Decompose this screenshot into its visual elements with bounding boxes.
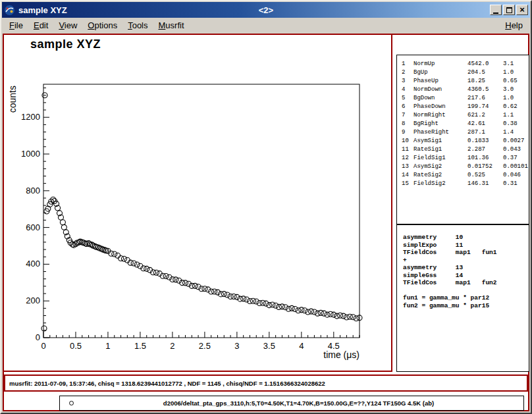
svg-text:counts: counts xyxy=(7,86,18,113)
parameter-row: 4 NormDown 4360.5 3.0 xyxy=(402,86,529,94)
parameter-number: 6 xyxy=(402,103,413,111)
svg-text:4: 4 xyxy=(299,341,304,351)
close-icon: × xyxy=(519,5,525,14)
close-button[interactable]: × xyxy=(516,5,528,15)
parameter-value: 42.61 xyxy=(467,120,503,128)
window-title: sample XYZ xyxy=(18,5,67,15)
svg-text:0.5: 0.5 xyxy=(70,341,82,351)
parameter-error: 0.31 xyxy=(503,180,529,188)
parameter-number: 7 xyxy=(402,111,413,120)
chart-svg[interactable]: 00.511.522.533.544.502004006008001000120… xyxy=(4,35,392,372)
svg-text:400: 400 xyxy=(26,259,40,269)
parameter-row: 14 RateSig2 0.525 0.046 xyxy=(402,171,529,180)
theory-line: + xyxy=(403,257,529,265)
svg-text:0: 0 xyxy=(36,332,40,342)
parameter-row: 5 BgDown 217.6 1.0 xyxy=(402,94,529,103)
parameter-error: 1.0 xyxy=(503,94,529,103)
parameter-value: 217.6 xyxy=(467,94,503,103)
menu-item[interactable]: View xyxy=(53,19,82,32)
menu-item[interactable]: File xyxy=(4,19,28,32)
parameter-value: 0.525 xyxy=(467,171,503,180)
parameter-number: 4 xyxy=(402,86,413,94)
window-controls: × xyxy=(490,5,528,15)
parameter-row: 13 AsymSig2 0.01752 0.00101 xyxy=(402,163,529,171)
theory-line xyxy=(403,287,529,295)
svg-text:800: 800 xyxy=(26,186,40,195)
parameter-value: 18.25 xyxy=(467,77,503,86)
app-window: <2> sample XYZ × File Edit View Options … xyxy=(0,0,532,414)
parameter-error: 0.043 xyxy=(503,145,529,154)
parameter-number: 13 xyxy=(402,163,413,171)
parameter-number: 15 xyxy=(402,180,413,188)
parameter-error: 0.00101 xyxy=(503,163,529,171)
parameter-error: 0.046 xyxy=(503,171,529,180)
parameter-row: 9 PhaseRight 287.1 1.4 xyxy=(402,128,529,137)
parameter-name: PhaseDown xyxy=(413,103,467,111)
parameter-error: 3.1 xyxy=(503,60,529,68)
maximize-icon xyxy=(506,7,512,13)
svg-text:600: 600 xyxy=(26,222,40,232)
parameter-row: 3 PhaseUp 18.25 0.65 xyxy=(402,77,529,86)
menu-item[interactable]: Edit xyxy=(28,19,53,32)
parameter-row: 11 RateSig1 2.287 0.043 xyxy=(402,145,529,154)
parameter-name: AsymSig1 xyxy=(413,137,467,145)
titlebar[interactable]: <2> sample XYZ × xyxy=(2,2,530,18)
parameter-value: 2.287 xyxy=(467,145,503,154)
parameter-row: 2 BgUp 204.5 1.0 xyxy=(402,68,529,77)
parameter-row: 6 PhaseDown 199.74 0.62 xyxy=(402,103,529,111)
theory-line: fun2 = gamma_mu * par15 xyxy=(403,302,529,310)
parameter-value: 0.1833 xyxy=(467,137,503,145)
parameter-number: 11 xyxy=(402,145,413,154)
parameter-name: NormUp xyxy=(413,60,467,68)
parameter-value: 4360.5 xyxy=(467,86,503,94)
svg-text:time (μs): time (μs) xyxy=(323,349,359,360)
parameter-value: 199.74 xyxy=(467,103,503,111)
parameter-error: 0.0027 xyxy=(503,137,529,145)
parameter-value: 146.31 xyxy=(467,180,503,188)
menu-item[interactable]: Options xyxy=(82,19,122,32)
parameter-value: 287.1 xyxy=(467,128,503,137)
root-canvas[interactable]: 00.511.522.533.544.502004006008001000120… xyxy=(3,34,529,411)
svg-text:1.5: 1.5 xyxy=(134,341,146,351)
svg-text:2: 2 xyxy=(170,341,174,351)
parameter-name: AsymSig2 xyxy=(413,163,467,171)
plot-pad[interactable]: 00.511.522.533.544.502004006008001000120… xyxy=(4,35,392,372)
svg-text:1000: 1000 xyxy=(21,149,40,159)
menu-item-help[interactable]: Help xyxy=(500,19,528,32)
menu-items: File Edit View Options Tools Musrfit xyxy=(4,19,190,32)
menubar: File Edit View Options Tools Musrfit Hel… xyxy=(1,18,531,32)
parameter-number: 14 xyxy=(402,171,413,180)
svg-text:0: 0 xyxy=(41,341,45,351)
svg-text:3: 3 xyxy=(234,341,239,351)
parameter-row: 15 FieldSig2 146.31 0.31 xyxy=(402,180,529,188)
svg-text:2.5: 2.5 xyxy=(199,341,211,351)
legend-text: d2006/deltat_pta_gps_3110,h:5,T0=4.50K,T… xyxy=(74,400,523,407)
parameter-value: 4542.0 xyxy=(467,60,503,68)
parameter-name: FieldSig2 xyxy=(413,180,467,188)
parameter-number: 1 xyxy=(402,60,413,68)
maximize-button[interactable] xyxy=(503,5,515,15)
parameter-row: 7 NormRight 621.2 1.1 xyxy=(402,111,529,120)
parameter-error: 0.38 xyxy=(503,120,529,128)
theory-line: simpleGss 14 xyxy=(403,272,529,280)
parameter-row: 10 AsymSig1 0.1833 0.0027 xyxy=(402,137,529,145)
parameter-error: 0.65 xyxy=(503,77,529,86)
theory-line: fun1 = gamma_mu * par12 xyxy=(403,294,529,302)
parameter-value: 101.36 xyxy=(467,154,503,163)
parameter-name: RateSig1 xyxy=(413,145,467,154)
svg-text:1200: 1200 xyxy=(21,112,40,122)
minimize-button[interactable] xyxy=(490,5,502,15)
theory-line: simplExpo 11 xyxy=(403,242,529,249)
parameter-error: 1.0 xyxy=(503,68,529,77)
menu-item[interactable]: Tools xyxy=(122,19,153,32)
parameter-name: FieldSig1 xyxy=(413,154,467,163)
parameter-value: 0.01752 xyxy=(467,163,503,171)
theory-panel: asymmetry 10 simplExpo 11 TFieldCos map1… xyxy=(396,224,529,372)
svg-text:1: 1 xyxy=(105,341,110,351)
theory-line: asymmetry 10 xyxy=(403,234,529,242)
menu-item[interactable]: Musrfit xyxy=(153,19,190,32)
parameter-number: 8 xyxy=(402,120,413,128)
theory-line: TFieldCos map1 fun2 xyxy=(403,279,529,287)
parameter-error: 0.62 xyxy=(503,103,529,111)
parameter-error: 1.1 xyxy=(503,111,529,120)
